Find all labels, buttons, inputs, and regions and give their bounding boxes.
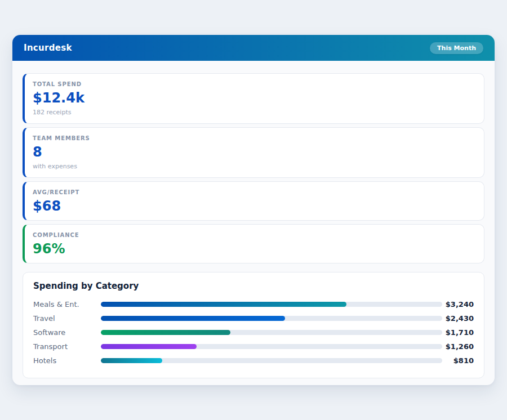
- category-label: Transport: [33, 342, 101, 351]
- category-label: Software: [33, 328, 101, 337]
- category-value: $1,260: [442, 342, 474, 351]
- bar-track: [101, 316, 442, 321]
- stat-value: 96%: [33, 242, 475, 256]
- bar-track: [101, 344, 442, 349]
- dashboard-card: Incurdesk This Month TOTAL SPEND $12.4k …: [12, 35, 495, 385]
- bar-track: [101, 330, 442, 335]
- stat-value: $68: [33, 199, 475, 213]
- stat-label: COMPLIANCE: [33, 232, 475, 238]
- category-label: Hotels: [33, 356, 101, 365]
- stat-subtext: 182 receipts: [33, 109, 475, 116]
- category-row: Hotels $810: [33, 354, 474, 368]
- category-label: Meals & Ent.: [33, 300, 101, 309]
- bar-fill: [101, 344, 197, 349]
- category-value: $810: [442, 356, 474, 365]
- page-background: Incurdesk This Month TOTAL SPEND $12.4k …: [0, 0, 507, 420]
- stat-value: 8: [33, 145, 475, 159]
- category-row: Software $1,710: [33, 325, 474, 339]
- spending-by-category-card: Spending by Category Meals & Ent. $3,240…: [23, 272, 484, 378]
- category-row: Transport $1,260: [33, 339, 474, 354]
- app-header: Incurdesk This Month: [12, 35, 495, 61]
- stat-card-avg-receipt: AVG/RECEIPT $68: [23, 181, 484, 221]
- app-title: Incurdesk: [24, 43, 72, 53]
- category-row: Travel $2,430: [33, 311, 474, 325]
- stat-card-total-spend: TOTAL SPEND $12.4k 182 receipts: [23, 73, 484, 124]
- bar-fill: [101, 316, 285, 321]
- category-value: $3,240: [442, 300, 474, 309]
- stat-card-compliance: COMPLIANCE 96%: [23, 224, 484, 263]
- category-label: Travel: [33, 314, 101, 323]
- bar-fill: [101, 330, 230, 335]
- dashboard-body: TOTAL SPEND $12.4k 182 receipts TEAM MEM…: [12, 61, 495, 390]
- bar-track: [101, 302, 442, 307]
- category-value: $2,430: [442, 314, 474, 323]
- bar-track: [101, 358, 442, 363]
- stat-subtext: with expenses: [33, 163, 475, 170]
- bar-fill: [101, 358, 162, 363]
- bar-fill: [101, 302, 346, 307]
- category-value: $1,710: [442, 328, 474, 337]
- stat-label: AVG/RECEIPT: [33, 189, 475, 195]
- period-badge[interactable]: This Month: [430, 42, 483, 54]
- stat-label: TOTAL SPEND: [33, 81, 475, 87]
- stat-label: TEAM MEMBERS: [33, 135, 475, 141]
- stat-card-team-members: TEAM MEMBERS 8 with expenses: [23, 127, 484, 178]
- section-title: Spending by Category: [33, 281, 474, 291]
- stat-value: $12.4k: [33, 91, 475, 105]
- category-row: Meals & Ent. $3,240: [33, 297, 474, 311]
